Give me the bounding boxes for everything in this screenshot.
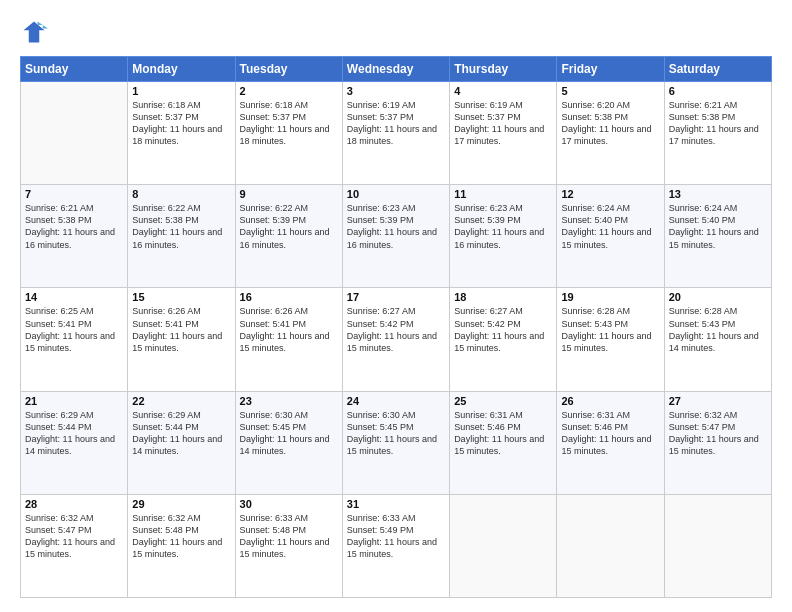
day-number: 6 [669, 85, 767, 97]
day-number: 13 [669, 188, 767, 200]
day-info: Sunrise: 6:31 AMSunset: 5:46 PMDaylight:… [561, 409, 659, 458]
day-info: Sunrise: 6:27 AMSunset: 5:42 PMDaylight:… [347, 305, 445, 354]
day-number: 17 [347, 291, 445, 303]
calendar-cell: 5 Sunrise: 6:20 AMSunset: 5:38 PMDayligh… [557, 82, 664, 185]
day-number: 20 [669, 291, 767, 303]
calendar-table: SundayMondayTuesdayWednesdayThursdayFrid… [20, 56, 772, 598]
day-info: Sunrise: 6:25 AMSunset: 5:41 PMDaylight:… [25, 305, 123, 354]
calendar-cell: 18 Sunrise: 6:27 AMSunset: 5:42 PMDaylig… [450, 288, 557, 391]
calendar-cell: 25 Sunrise: 6:31 AMSunset: 5:46 PMDaylig… [450, 391, 557, 494]
calendar-week-row: 28 Sunrise: 6:32 AMSunset: 5:47 PMDaylig… [21, 494, 772, 597]
day-number: 23 [240, 395, 338, 407]
calendar-cell: 7 Sunrise: 6:21 AMSunset: 5:38 PMDayligh… [21, 185, 128, 288]
day-info: Sunrise: 6:20 AMSunset: 5:38 PMDaylight:… [561, 99, 659, 148]
calendar-cell: 9 Sunrise: 6:22 AMSunset: 5:39 PMDayligh… [235, 185, 342, 288]
day-number: 4 [454, 85, 552, 97]
day-info: Sunrise: 6:31 AMSunset: 5:46 PMDaylight:… [454, 409, 552, 458]
calendar-cell: 11 Sunrise: 6:23 AMSunset: 5:39 PMDaylig… [450, 185, 557, 288]
calendar-week-row: 7 Sunrise: 6:21 AMSunset: 5:38 PMDayligh… [21, 185, 772, 288]
day-number: 9 [240, 188, 338, 200]
weekday-header-friday: Friday [557, 57, 664, 82]
day-info: Sunrise: 6:29 AMSunset: 5:44 PMDaylight:… [132, 409, 230, 458]
day-info: Sunrise: 6:30 AMSunset: 5:45 PMDaylight:… [347, 409, 445, 458]
day-number: 15 [132, 291, 230, 303]
calendar-cell: 1 Sunrise: 6:18 AMSunset: 5:37 PMDayligh… [128, 82, 235, 185]
weekday-header-thursday: Thursday [450, 57, 557, 82]
calendar-cell: 2 Sunrise: 6:18 AMSunset: 5:37 PMDayligh… [235, 82, 342, 185]
day-info: Sunrise: 6:32 AMSunset: 5:47 PMDaylight:… [669, 409, 767, 458]
day-info: Sunrise: 6:23 AMSunset: 5:39 PMDaylight:… [454, 202, 552, 251]
day-number: 14 [25, 291, 123, 303]
weekday-header-row: SundayMondayTuesdayWednesdayThursdayFrid… [21, 57, 772, 82]
day-info: Sunrise: 6:28 AMSunset: 5:43 PMDaylight:… [561, 305, 659, 354]
weekday-header-wednesday: Wednesday [342, 57, 449, 82]
header [20, 18, 772, 46]
calendar-cell: 20 Sunrise: 6:28 AMSunset: 5:43 PMDaylig… [664, 288, 771, 391]
calendar-cell: 6 Sunrise: 6:21 AMSunset: 5:38 PMDayligh… [664, 82, 771, 185]
day-number: 5 [561, 85, 659, 97]
calendar-week-row: 1 Sunrise: 6:18 AMSunset: 5:37 PMDayligh… [21, 82, 772, 185]
day-info: Sunrise: 6:29 AMSunset: 5:44 PMDaylight:… [25, 409, 123, 458]
calendar-week-row: 21 Sunrise: 6:29 AMSunset: 5:44 PMDaylig… [21, 391, 772, 494]
calendar-cell [664, 494, 771, 597]
calendar-cell: 29 Sunrise: 6:32 AMSunset: 5:48 PMDaylig… [128, 494, 235, 597]
calendar-cell: 8 Sunrise: 6:22 AMSunset: 5:38 PMDayligh… [128, 185, 235, 288]
calendar-cell: 31 Sunrise: 6:33 AMSunset: 5:49 PMDaylig… [342, 494, 449, 597]
day-info: Sunrise: 6:22 AMSunset: 5:38 PMDaylight:… [132, 202, 230, 251]
day-info: Sunrise: 6:33 AMSunset: 5:49 PMDaylight:… [347, 512, 445, 561]
calendar-cell: 24 Sunrise: 6:30 AMSunset: 5:45 PMDaylig… [342, 391, 449, 494]
calendar-cell: 30 Sunrise: 6:33 AMSunset: 5:48 PMDaylig… [235, 494, 342, 597]
day-number: 29 [132, 498, 230, 510]
calendar-cell: 12 Sunrise: 6:24 AMSunset: 5:40 PMDaylig… [557, 185, 664, 288]
day-number: 8 [132, 188, 230, 200]
calendar-cell: 15 Sunrise: 6:26 AMSunset: 5:41 PMDaylig… [128, 288, 235, 391]
day-number: 24 [347, 395, 445, 407]
day-info: Sunrise: 6:23 AMSunset: 5:39 PMDaylight:… [347, 202, 445, 251]
day-number: 16 [240, 291, 338, 303]
day-number: 26 [561, 395, 659, 407]
day-number: 2 [240, 85, 338, 97]
day-number: 30 [240, 498, 338, 510]
day-info: Sunrise: 6:24 AMSunset: 5:40 PMDaylight:… [669, 202, 767, 251]
day-number: 18 [454, 291, 552, 303]
weekday-header-sunday: Sunday [21, 57, 128, 82]
weekday-header-tuesday: Tuesday [235, 57, 342, 82]
day-number: 10 [347, 188, 445, 200]
day-info: Sunrise: 6:26 AMSunset: 5:41 PMDaylight:… [240, 305, 338, 354]
calendar-cell [21, 82, 128, 185]
day-number: 25 [454, 395, 552, 407]
day-info: Sunrise: 6:33 AMSunset: 5:48 PMDaylight:… [240, 512, 338, 561]
calendar-cell: 10 Sunrise: 6:23 AMSunset: 5:39 PMDaylig… [342, 185, 449, 288]
calendar-cell: 21 Sunrise: 6:29 AMSunset: 5:44 PMDaylig… [21, 391, 128, 494]
calendar-week-row: 14 Sunrise: 6:25 AMSunset: 5:41 PMDaylig… [21, 288, 772, 391]
calendar-cell [557, 494, 664, 597]
day-info: Sunrise: 6:27 AMSunset: 5:42 PMDaylight:… [454, 305, 552, 354]
day-info: Sunrise: 6:32 AMSunset: 5:47 PMDaylight:… [25, 512, 123, 561]
calendar-cell: 3 Sunrise: 6:19 AMSunset: 5:37 PMDayligh… [342, 82, 449, 185]
day-info: Sunrise: 6:21 AMSunset: 5:38 PMDaylight:… [669, 99, 767, 148]
logo-icon [20, 18, 48, 46]
day-info: Sunrise: 6:22 AMSunset: 5:39 PMDaylight:… [240, 202, 338, 251]
day-info: Sunrise: 6:21 AMSunset: 5:38 PMDaylight:… [25, 202, 123, 251]
day-number: 31 [347, 498, 445, 510]
day-info: Sunrise: 6:28 AMSunset: 5:43 PMDaylight:… [669, 305, 767, 354]
day-info: Sunrise: 6:18 AMSunset: 5:37 PMDaylight:… [132, 99, 230, 148]
weekday-header-monday: Monday [128, 57, 235, 82]
day-info: Sunrise: 6:19 AMSunset: 5:37 PMDaylight:… [454, 99, 552, 148]
day-number: 1 [132, 85, 230, 97]
page: SundayMondayTuesdayWednesdayThursdayFrid… [0, 0, 792, 612]
day-number: 28 [25, 498, 123, 510]
calendar-cell: 23 Sunrise: 6:30 AMSunset: 5:45 PMDaylig… [235, 391, 342, 494]
calendar-cell: 17 Sunrise: 6:27 AMSunset: 5:42 PMDaylig… [342, 288, 449, 391]
calendar-cell: 14 Sunrise: 6:25 AMSunset: 5:41 PMDaylig… [21, 288, 128, 391]
calendar-cell: 4 Sunrise: 6:19 AMSunset: 5:37 PMDayligh… [450, 82, 557, 185]
day-info: Sunrise: 6:32 AMSunset: 5:48 PMDaylight:… [132, 512, 230, 561]
day-info: Sunrise: 6:26 AMSunset: 5:41 PMDaylight:… [132, 305, 230, 354]
day-number: 7 [25, 188, 123, 200]
logo [20, 18, 52, 46]
calendar-cell: 16 Sunrise: 6:26 AMSunset: 5:41 PMDaylig… [235, 288, 342, 391]
day-number: 22 [132, 395, 230, 407]
day-info: Sunrise: 6:24 AMSunset: 5:40 PMDaylight:… [561, 202, 659, 251]
day-number: 19 [561, 291, 659, 303]
calendar-cell [450, 494, 557, 597]
